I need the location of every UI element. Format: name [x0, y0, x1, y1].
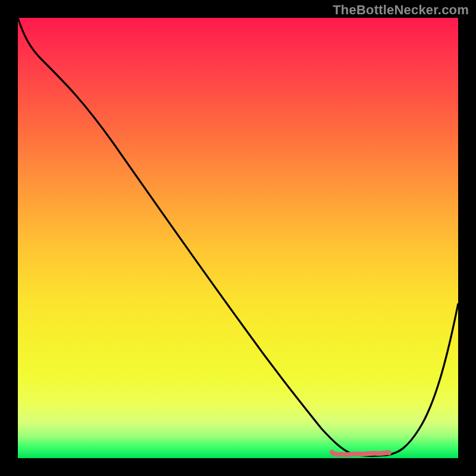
curve-path	[18, 18, 458, 456]
watermark-text: TheBottleNecker.com	[333, 2, 469, 18]
chart-frame: TheBottleNecker.com	[0, 0, 476, 476]
chart-plot-area	[18, 18, 458, 458]
bottleneck-curve	[18, 18, 458, 458]
trough-marker	[332, 452, 389, 455]
